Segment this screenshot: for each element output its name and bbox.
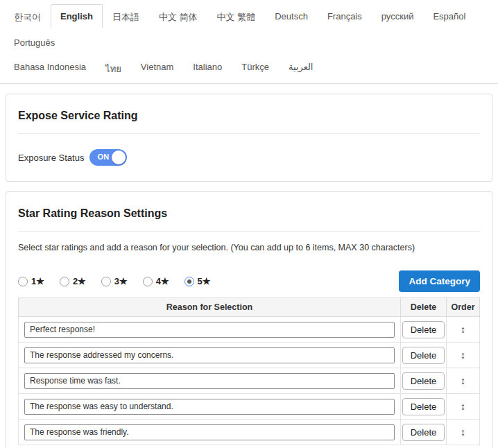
tab-japanese[interactable]: 日本語 bbox=[103, 4, 149, 31]
radio-3-star[interactable]: 3★ bbox=[101, 276, 128, 286]
drag-order-icon[interactable]: ↕ bbox=[461, 324, 465, 335]
delete-button-3[interactable]: Delete bbox=[402, 372, 445, 390]
panel-divider bbox=[18, 231, 480, 232]
radio-4-star-label: 4★ bbox=[156, 276, 169, 286]
panel-divider bbox=[18, 133, 480, 134]
radio-5-star[interactable]: 5★ bbox=[184, 276, 211, 286]
delete-button-5[interactable]: Delete bbox=[402, 424, 445, 441]
order-cell: ↕ bbox=[447, 317, 480, 343]
delete-cell: Delete bbox=[401, 368, 447, 394]
reason-cell bbox=[19, 368, 401, 394]
add-category-button[interactable]: Add Category bbox=[399, 270, 480, 292]
table-row: Delete ↕ bbox=[19, 317, 480, 343]
reason-input-2[interactable] bbox=[24, 347, 395, 363]
exposure-status-row: Exposure Status ON bbox=[18, 144, 480, 170]
expose-service-rating-panel: Expose Service Rating Exposure Status ON bbox=[6, 94, 492, 182]
radio-2-star-label: 2★ bbox=[73, 276, 86, 286]
radio-2-star[interactable]: 2★ bbox=[60, 276, 86, 286]
radio-5-star-label: 5★ bbox=[198, 276, 211, 286]
tab-portuguese[interactable]: Português bbox=[4, 31, 65, 55]
star-rating-radio-group: 1★ 2★ 3★ 4★ 5★ bbox=[18, 276, 210, 286]
reason-cell bbox=[19, 420, 401, 445]
tab-indonesian[interactable]: Bahasa Indonesia bbox=[4, 55, 96, 79]
tab-korean[interactable]: 한국어 bbox=[4, 4, 51, 31]
table-row: Delete ↕ bbox=[19, 420, 480, 445]
reason-section-description: Select star ratings and add a reason for… bbox=[18, 243, 480, 252]
delete-cell: Delete bbox=[401, 394, 447, 420]
language-tabbar: 한국어 English 日本語 中文 简体 中文 繁體 Deutsch Fran… bbox=[0, 0, 498, 84]
table-row: Delete ↕ bbox=[19, 394, 480, 420]
reason-input-3[interactable] bbox=[24, 373, 395, 389]
header-reason-for-selection: Reason for Selection bbox=[19, 298, 401, 317]
reason-cell bbox=[19, 343, 401, 368]
reason-cell bbox=[19, 394, 401, 420]
expose-panel-title: Expose Service Rating bbox=[18, 105, 480, 123]
table-header-row: Reason for Selection Delete Order bbox=[19, 298, 480, 317]
tab-chinese-traditional[interactable]: 中文 繁體 bbox=[207, 4, 266, 31]
reason-panel-title: Star Rating Reason Settings bbox=[18, 203, 480, 221]
radio-3-star-label: 3★ bbox=[114, 276, 128, 286]
radio-selected-icon bbox=[184, 277, 194, 286]
rating-controls-row: 1★ 2★ 3★ 4★ 5★ Add Category bbox=[18, 270, 480, 292]
radio-circle-icon bbox=[60, 277, 69, 286]
radio-circle-icon bbox=[143, 277, 153, 286]
table-row: Delete ↕ bbox=[19, 343, 480, 368]
reason-table: Reason for Selection Delete Order Delete… bbox=[18, 298, 480, 445]
delete-cell: Delete bbox=[401, 317, 447, 343]
radio-circle-icon bbox=[101, 277, 111, 286]
header-order: Order bbox=[447, 298, 480, 317]
delete-button-1[interactable]: Delete bbox=[402, 321, 445, 338]
exposure-status-toggle[interactable]: ON bbox=[89, 149, 127, 166]
table-row: Delete ↕ bbox=[19, 368, 480, 394]
delete-button-2[interactable]: Delete bbox=[402, 347, 445, 364]
radio-circle-icon bbox=[18, 277, 28, 286]
tab-spanish[interactable]: Español bbox=[423, 4, 475, 28]
reason-input-1[interactable] bbox=[24, 322, 395, 338]
reason-cell bbox=[19, 317, 401, 343]
delete-button-4[interactable]: Delete bbox=[402, 398, 445, 415]
tab-french[interactable]: Français bbox=[318, 4, 372, 28]
radio-1-star-label: 1★ bbox=[31, 276, 44, 286]
star-rating-reason-panel: Star Rating Reason Settings Select star … bbox=[6, 191, 492, 448]
tab-russian[interactable]: русский bbox=[372, 4, 424, 28]
order-cell: ↕ bbox=[447, 394, 480, 420]
drag-order-icon[interactable]: ↕ bbox=[461, 350, 465, 361]
order-cell: ↕ bbox=[447, 420, 480, 445]
delete-cell: Delete bbox=[401, 420, 447, 445]
toggle-on-label: ON bbox=[97, 153, 109, 161]
tab-vietnamese[interactable]: Vietnam bbox=[131, 55, 183, 79]
tab-thai[interactable]: ไทย bbox=[96, 55, 131, 83]
reason-input-5[interactable] bbox=[24, 424, 395, 440]
tab-english[interactable]: English bbox=[51, 4, 103, 28]
header-delete: Delete bbox=[401, 298, 447, 317]
reason-input-4[interactable] bbox=[24, 399, 395, 415]
tab-german[interactable]: Deutsch bbox=[265, 4, 318, 28]
tab-turkish[interactable]: Türkçe bbox=[232, 55, 279, 79]
drag-order-icon[interactable]: ↕ bbox=[461, 401, 465, 412]
drag-order-icon[interactable]: ↕ bbox=[461, 375, 465, 386]
tab-italian[interactable]: Italiano bbox=[183, 55, 232, 79]
exposure-status-label: Exposure Status bbox=[18, 153, 84, 163]
toggle-knob-icon bbox=[112, 150, 126, 164]
delete-cell: Delete bbox=[401, 343, 447, 368]
tab-arabic[interactable]: العربية bbox=[279, 55, 323, 79]
order-cell: ↕ bbox=[447, 343, 480, 368]
radio-4-star[interactable]: 4★ bbox=[143, 276, 169, 286]
order-cell: ↕ bbox=[447, 368, 480, 394]
radio-1-star[interactable]: 1★ bbox=[18, 276, 44, 286]
tab-chinese-simplified[interactable]: 中文 简体 bbox=[149, 4, 207, 31]
drag-order-icon[interactable]: ↕ bbox=[461, 427, 465, 438]
